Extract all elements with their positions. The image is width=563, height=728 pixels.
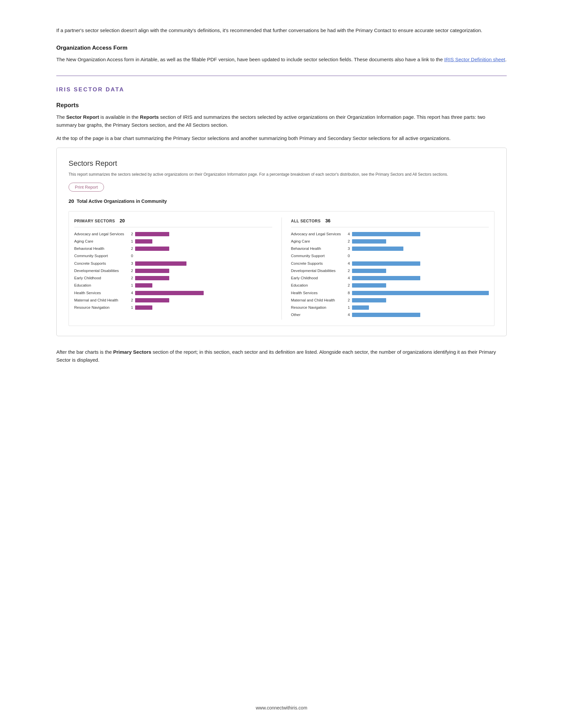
bar-track xyxy=(352,269,489,273)
bar-fill xyxy=(135,305,152,310)
sectors-report-title: Sectors Report xyxy=(69,158,494,169)
bar-count: 4 xyxy=(344,261,350,266)
bar-count: 2 xyxy=(344,268,350,274)
bar-count: 2 xyxy=(344,239,350,244)
bar-fill xyxy=(352,247,403,251)
bar-row: Advocacy and Legal Services2 xyxy=(74,231,272,237)
bar-track xyxy=(352,298,489,302)
bar-row: Developmental Disabilities2 xyxy=(74,268,272,274)
sectors-report-desc: This report summarizes the sectors selec… xyxy=(69,171,494,177)
bar-label: Community Support xyxy=(74,253,127,259)
bar-row: Developmental Disabilities2 xyxy=(291,268,489,274)
bar-count: 4 xyxy=(344,231,350,237)
bar-row: Early Childhood2 xyxy=(74,275,272,281)
bar-label: Aging Care xyxy=(74,239,127,244)
bar-count: 4 xyxy=(127,290,133,296)
bar-label: Health Services xyxy=(291,290,344,296)
bar-track xyxy=(352,276,489,280)
reports-p1-part2: is available in the xyxy=(99,114,140,120)
bar-fill xyxy=(352,232,421,236)
bar-track xyxy=(352,283,489,288)
bar-label: Education xyxy=(291,283,344,288)
bar-count: 2 xyxy=(127,231,133,237)
bar-track xyxy=(135,291,272,295)
bar-fill xyxy=(352,276,421,280)
org-access-heading: Organization Access Form xyxy=(56,44,507,52)
bar-row: Other4 xyxy=(291,312,489,318)
bar-label: Concrete Supports xyxy=(291,261,344,266)
intro-paragraph: If a partner's sector selection doesn't … xyxy=(56,26,507,34)
bar-track xyxy=(135,276,272,280)
bar-track xyxy=(352,239,489,244)
bar-row: Resource Navigation1 xyxy=(291,305,489,310)
bar-fill xyxy=(352,261,421,266)
primary-sectors-bold: Primary Sectors xyxy=(113,349,151,355)
bar-track xyxy=(135,305,272,310)
bar-row: Early Childhood4 xyxy=(291,275,489,281)
bar-row: Advocacy and Legal Services4 xyxy=(291,231,489,237)
bar-track xyxy=(352,247,489,251)
primary-bars-container: Advocacy and Legal Services2Aging Care1B… xyxy=(74,231,272,311)
bar-row: Community Support0 xyxy=(74,253,272,259)
bar-label: Education xyxy=(74,283,127,288)
primary-sectors-chart: PRIMARY SECTORS 20 Advocacy and Legal Se… xyxy=(74,217,272,320)
sectors-report-card: Sectors Report This report summarizes th… xyxy=(56,148,507,336)
bar-track xyxy=(135,239,272,244)
bar-label: Health Services xyxy=(74,290,127,296)
bar-label: Behavioral Health xyxy=(291,246,344,251)
primary-chart-title: PRIMARY SECTORS xyxy=(74,218,115,224)
total-orgs-row: 20 Total Active Organizations in Communi… xyxy=(69,198,494,205)
all-chart-title: ALL SECTORS xyxy=(291,218,321,224)
iris-section-title: IRIS SECTOR DATA xyxy=(56,85,507,94)
bar-row: Health Services8 xyxy=(291,290,489,296)
bar-row: Aging Care1 xyxy=(74,239,272,244)
bar-label: Maternal and Child Health xyxy=(74,297,127,303)
bar-count: 1 xyxy=(127,239,133,244)
bar-count: 3 xyxy=(127,261,133,266)
bar-count: 2 xyxy=(127,297,133,303)
bar-row: Concrete Supports3 xyxy=(74,261,272,266)
bar-count: 2 xyxy=(127,268,133,274)
bar-count: 4 xyxy=(344,312,350,318)
bar-fill xyxy=(352,313,421,317)
bar-count: 3 xyxy=(344,246,350,251)
bar-row: Education2 xyxy=(291,283,489,288)
bar-track xyxy=(352,232,489,236)
bar-label: Resource Navigation xyxy=(74,305,127,310)
footer-url: www.connectwithiris.com xyxy=(256,705,307,710)
bar-label: Early Childhood xyxy=(291,275,344,281)
org-access-text-part2: . xyxy=(505,57,506,62)
bar-row: Concrete Supports4 xyxy=(291,261,489,266)
bar-fill xyxy=(135,276,169,280)
bar-fill xyxy=(135,261,186,266)
bar-row: Maternal and Child Health2 xyxy=(74,297,272,303)
bar-count: 0 xyxy=(344,253,350,259)
bar-fill xyxy=(135,298,169,302)
reports-heading: Reports xyxy=(56,101,507,110)
bar-fill xyxy=(135,232,169,236)
bar-row: Behavioral Health3 xyxy=(291,246,489,251)
all-sectors-chart: ALL SECTORS 36 Advocacy and Legal Servic… xyxy=(291,217,489,320)
bar-fill xyxy=(135,269,169,273)
bar-row: Education1 xyxy=(74,283,272,288)
bar-label: Developmental Disabilities xyxy=(74,268,127,274)
iris-sector-definition-link[interactable]: IRIS Sector Definition sheet xyxy=(444,57,505,62)
total-label: Total Active Organizations in Community xyxy=(77,199,167,204)
bar-row: Aging Care2 xyxy=(291,239,489,244)
org-access-text: The New Organization Access form in Airt… xyxy=(56,56,507,64)
bar-count: 2 xyxy=(344,283,350,288)
bar-row: Behavioral Health2 xyxy=(74,246,272,251)
bar-count: 2 xyxy=(344,297,350,303)
bar-fill xyxy=(135,291,204,295)
print-report-button[interactable]: Print Report xyxy=(69,183,104,192)
bar-label: Other xyxy=(291,312,344,318)
bar-label: Advocacy and Legal Services xyxy=(74,231,127,237)
bar-fill xyxy=(352,269,386,273)
bar-track xyxy=(135,232,272,236)
all-chart-total: 36 xyxy=(325,217,331,224)
bar-count: 1 xyxy=(344,305,350,310)
reports-bold: Reports xyxy=(140,114,159,120)
bar-label: Resource Navigation xyxy=(291,305,344,310)
bar-count: 0 xyxy=(127,253,133,259)
bar-label: Behavioral Health xyxy=(74,246,127,251)
